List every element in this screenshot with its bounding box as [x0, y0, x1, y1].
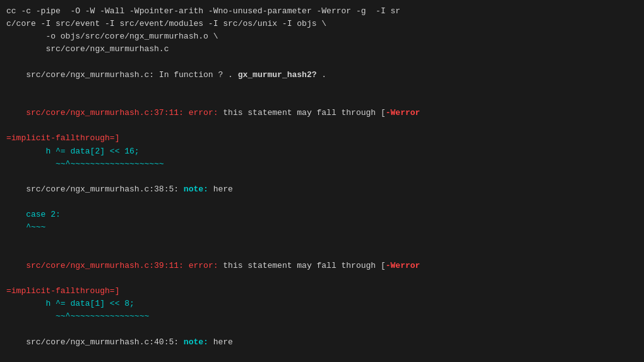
terminal-line: -o objs/src/core/ngx_murmurhash.o \ [6, 30, 638, 43]
terminal-window: cc -c -pipe -O -W -Wall -Wpointer-arith … [0, 0, 644, 362]
terminal-line: h ^= data[2] << 16; [6, 145, 638, 158]
terminal-line: ^~~~ [6, 221, 638, 234]
terminal-note-label: note: [184, 337, 208, 347]
terminal-line: =implicit-fallthrough=] [6, 285, 638, 298]
terminal-line: src/core/ngx_murmurhash.c:39:11: error: … [6, 247, 638, 285]
terminal-line: src/core/ngx_murmurhash.c:40:5: note: he… [6, 323, 638, 361]
terminal-error-msg: this statement may fall through [ [223, 261, 385, 270]
terminal-line: src/core/ngx_murmurhash.c:38:5: note: he… [6, 171, 638, 208]
terminal-note-label: note: [184, 184, 208, 194]
terminal-error-location: src/core/ngx_murmurhash.c:37:11: [26, 108, 188, 118]
terminal-line: cc -c -pipe -O -W -Wall -Wpointer-arith … [6, 5, 638, 18]
terminal-line: ~~^~~~~~~~~~~~~~~~~~~~ [6, 158, 638, 171]
terminal-line: src/core/ngx_murmurhash.c:37:11: error: … [6, 94, 638, 132]
terminal-text: gx_murmur_hash2? [238, 70, 317, 80]
terminal-error-msg: this statement may fall through [ [223, 108, 385, 118]
terminal-text: src/core/ngx_murmurhash.c: In function ?… [26, 70, 237, 80]
terminal-location: src/core/ngx_murmurhash.c:40:5: [26, 337, 184, 347]
terminal-note-msg: here [208, 337, 233, 347]
terminal-error-label: error: [189, 108, 224, 118]
terminal-location: src/core/ngx_murmurhash.c:38:5: [26, 184, 184, 194]
terminal-error-label: error: [189, 261, 224, 270]
terminal-error-flag: -Werror [386, 108, 420, 118]
terminal-error-location: src/core/ngx_murmurhash.c:39:11: [26, 261, 188, 270]
terminal-text: . [317, 70, 327, 80]
terminal-line: c/core -I src/event -I src/event/modules… [6, 18, 638, 30]
terminal-line [6, 234, 638, 247]
terminal-line: case 2: [6, 208, 638, 221]
terminal-error-flag: -Werror [386, 261, 420, 270]
terminal-line: h ^= data[1] << 8; [6, 298, 638, 310]
terminal-note-msg: here [208, 184, 233, 194]
terminal-line: src/core/ngx_murmurhash.c: In function ?… [6, 56, 638, 94]
terminal-line: src/core/ngx_murmurhash.c [6, 43, 638, 56]
terminal-line: =implicit-fallthrough=] [6, 132, 638, 145]
terminal-line: ~~^~~~~~~~~~~~~~~~~ [6, 310, 638, 323]
